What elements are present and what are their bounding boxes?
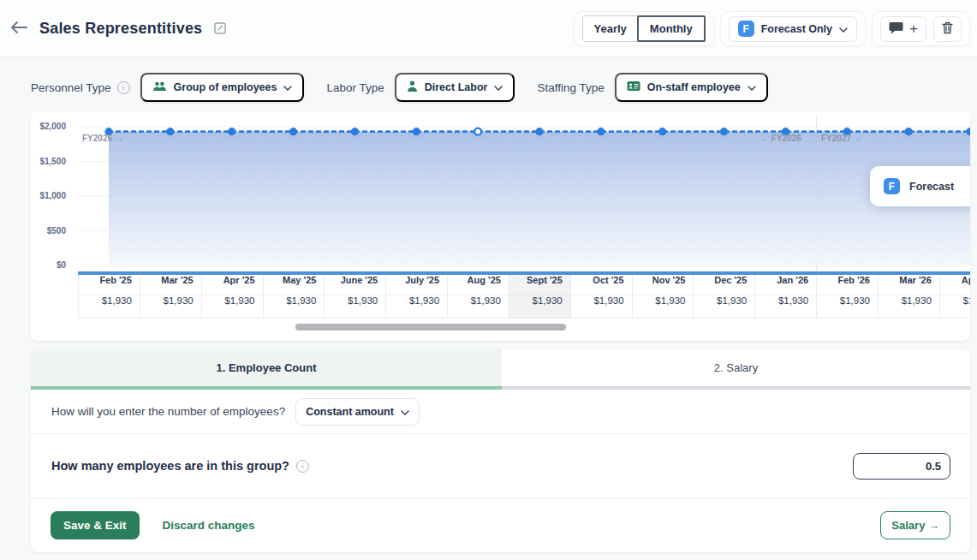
- month-header-cell: Sept '25: [509, 275, 570, 295]
- month-header-cell: Feb '26: [816, 275, 878, 295]
- forecast-only-label: Forecast Only: [761, 23, 832, 35]
- month-header-cell: June '25: [324, 275, 385, 295]
- month-header-cell: Mar '25: [140, 275, 201, 295]
- forecast-only-dropdown[interactable]: F Forecast Only: [729, 16, 857, 42]
- discard-changes-button[interactable]: Discard changes: [163, 519, 255, 532]
- add-comment-button[interactable]: +: [880, 16, 926, 42]
- entry-method-question: How will you enter the number of employe…: [51, 405, 285, 418]
- value-cell[interactable]: $1,930: [570, 295, 632, 319]
- month-header-cell: July '25: [385, 275, 447, 295]
- value-cell[interactable]: $1,930: [385, 295, 447, 319]
- fy2026-start-label: FY2026 →: [82, 134, 123, 143]
- chevron-down-icon: [839, 23, 848, 35]
- forecast-legend: F Forecast: [870, 166, 970, 206]
- person-icon: [407, 80, 418, 95]
- delete-button[interactable]: [933, 16, 962, 42]
- chevron-down-icon: [494, 81, 503, 93]
- group-of-employees-icon: [152, 80, 167, 94]
- personnel-type-dropdown[interactable]: Group of employees: [140, 73, 305, 102]
- back-arrow-icon: [10, 21, 27, 36]
- value-cell[interactable]: $1,930: [78, 295, 140, 319]
- chevron-down-icon: [748, 81, 756, 93]
- salary-next-button[interactable]: Salary →: [880, 511, 950, 539]
- period-segmented-control: Yearly Monthly: [582, 15, 706, 42]
- staffing-type-label: Staffing Type: [537, 81, 604, 94]
- value-cell[interactable]: $1,930: [509, 295, 570, 319]
- chevron-down-icon: [283, 81, 292, 93]
- value-cell[interactable]: $1,930: [693, 295, 754, 319]
- value-cell[interactable]: $1,930: [447, 295, 509, 319]
- month-header-cell: Jan '26: [754, 275, 816, 295]
- filter-bar: Personnel Type i Group of employees Labo…: [31, 73, 768, 102]
- personnel-type-label: Personnel Type i: [31, 81, 130, 94]
- forecast-icon: F: [884, 178, 900, 194]
- period-toggle-group: Yearly Monthly: [574, 11, 714, 46]
- value-cell[interactable]: $1,930: [939, 295, 970, 319]
- trash-icon: [942, 21, 953, 37]
- value-row: $1,930$1,930$1,930$1,930$1,930$1,930$1,9…: [78, 295, 970, 319]
- horizontal-scrollbar[interactable]: [295, 324, 566, 331]
- month-header-cell: Apr '25: [201, 275, 263, 295]
- toggle-yearly[interactable]: Yearly: [583, 16, 638, 41]
- value-cell[interactable]: $1,930: [140, 295, 201, 319]
- plus-icon: +: [909, 21, 918, 36]
- value-cell[interactable]: $1,930: [878, 295, 939, 319]
- month-header-cell: Nov '25: [632, 275, 694, 295]
- value-cell[interactable]: $1,930: [201, 295, 263, 319]
- value-cell[interactable]: $1,930: [816, 295, 878, 319]
- value-cell[interactable]: $1,930: [263, 295, 325, 319]
- info-icon[interactable]: i: [296, 460, 309, 473]
- entry-method-row: How will you enter the number of employe…: [31, 390, 970, 433]
- month-header-cell: Oct '25: [570, 275, 632, 295]
- chevron-down-icon: [401, 406, 409, 418]
- form-card: 1. Employee Count 2. Salary How will you…: [31, 349, 970, 552]
- staffing-type-dropdown[interactable]: On-staff employee: [615, 73, 768, 102]
- value-cell[interactable]: $1,930: [632, 295, 694, 319]
- scenario-group: F Forecast Only: [720, 11, 866, 46]
- back-button[interactable]: [10, 21, 27, 36]
- forecast-legend-label: Forecast: [909, 181, 954, 193]
- employee-count-input[interactable]: [853, 453, 950, 480]
- month-header-cell: May '25: [263, 275, 325, 295]
- month-header-cell: Aug '25: [447, 275, 509, 295]
- save-exit-button[interactable]: Save & Exit: [51, 511, 140, 539]
- footer-actions: Save & Exit Discard changes Salary →: [31, 498, 970, 552]
- actions-group: +: [872, 11, 970, 46]
- month-header-cell: Apr '26: [939, 275, 970, 295]
- tabs: 1. Employee Count 2. Salary: [31, 349, 970, 390]
- page-title: Sales Representitives: [39, 20, 202, 38]
- edit-title-icon[interactable]: [214, 22, 226, 34]
- labor-type-label: Labor Type: [326, 81, 384, 94]
- labor-type-dropdown[interactable]: Direct Labor: [395, 73, 515, 102]
- top-header: Sales Representitives Yearly Monthly F F…: [0, 0, 977, 57]
- forecast-icon: F: [738, 21, 754, 37]
- tab-employee-count[interactable]: 1. Employee Count: [31, 349, 502, 390]
- employee-count-question: How many employees are in this group? i: [51, 459, 309, 473]
- toggle-monthly[interactable]: Monthly: [637, 15, 706, 42]
- entry-method-dropdown[interactable]: Constant amount: [295, 398, 420, 426]
- month-header-cell: Dec '25: [693, 275, 754, 295]
- month-header-cell: Feb '25: [78, 275, 140, 295]
- fy2027-start-label: FY2027 →: [821, 134, 862, 143]
- page: Sales Representitives Yearly Monthly F F…: [0, 0, 977, 560]
- value-cell[interactable]: $1,930: [754, 295, 816, 319]
- month-header-cell: Mar '26: [878, 275, 939, 295]
- month-header-row: Feb '25Mar '25Apr '25May '25June '25July…: [78, 275, 970, 295]
- chart-card: $2,000$1,500$1,000$500$0 FY2026 → ← FY20…: [31, 111, 970, 341]
- employee-count-row: How many employees are in this group? i: [31, 434, 970, 497]
- tab-salary[interactable]: 2. Salary: [502, 349, 970, 390]
- id-card-icon: [627, 80, 640, 94]
- value-cell[interactable]: $1,930: [324, 295, 385, 319]
- comment-icon: [889, 21, 903, 37]
- info-icon[interactable]: i: [117, 81, 130, 94]
